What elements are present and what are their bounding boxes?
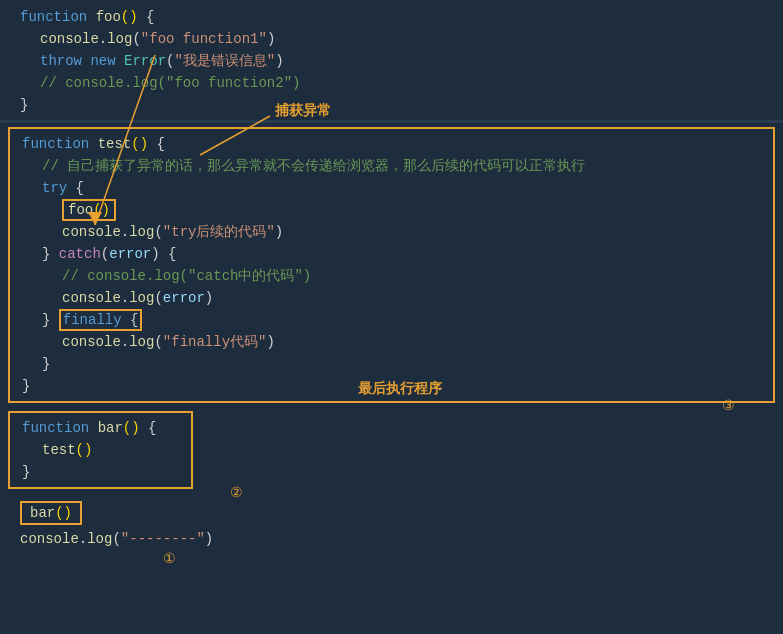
foo-function-block: function foo() { console.log("foo functi… <box>0 0 783 118</box>
foo-call-highlight: foo() <box>62 199 116 221</box>
code-line: console.log("foo function1") <box>20 28 763 50</box>
code-line: try { <box>22 177 761 199</box>
paren: () <box>121 9 138 25</box>
fn-name-foo: foo <box>96 9 121 25</box>
bar-function-block: function bar() { test() } <box>8 411 193 489</box>
code-editor: function foo() { console.log("foo functi… <box>0 0 783 634</box>
bar-call-highlight: bar() <box>20 501 82 525</box>
code-line: function foo() { <box>20 6 763 28</box>
code-line: console.log("try后续的代码") <box>22 221 761 243</box>
code-line: // console.log("foo function2") <box>20 72 763 94</box>
circle-1: ① <box>163 550 176 566</box>
code-line-finally: } finally { <box>22 309 761 331</box>
code-line-foo-call: foo() <box>22 199 761 221</box>
finally-highlight: finally { <box>59 309 143 331</box>
test-function-block: function test() { // 自己捕获了异常的话，那么异常就不会传递… <box>8 127 775 403</box>
code-line: } catch(error) { <box>22 243 761 265</box>
code-line: } <box>22 375 761 397</box>
code-line: // console.log("catch中的代码") <box>22 265 761 287</box>
code-line: } <box>22 461 179 483</box>
code-line: } <box>20 94 763 116</box>
code-line: function test() { <box>22 133 761 155</box>
keyword-function: function <box>20 9 96 25</box>
bar-call-line: bar() <box>0 495 783 527</box>
code-comment: // 自己捕获了异常的话，那么异常就不会传递给浏览器，那么后续的代码可以正常执行 <box>22 155 761 177</box>
code-line: function bar() { <box>22 417 179 439</box>
last-console-line: console.log("--------") <box>0 527 783 551</box>
code-line: test() <box>22 439 179 461</box>
code-line: } <box>22 353 761 375</box>
code-line: console.log("finally代码") <box>22 331 761 353</box>
code-line: throw new Error("我是错误信息") <box>20 50 763 72</box>
code-line: console.log(error) <box>22 287 761 309</box>
